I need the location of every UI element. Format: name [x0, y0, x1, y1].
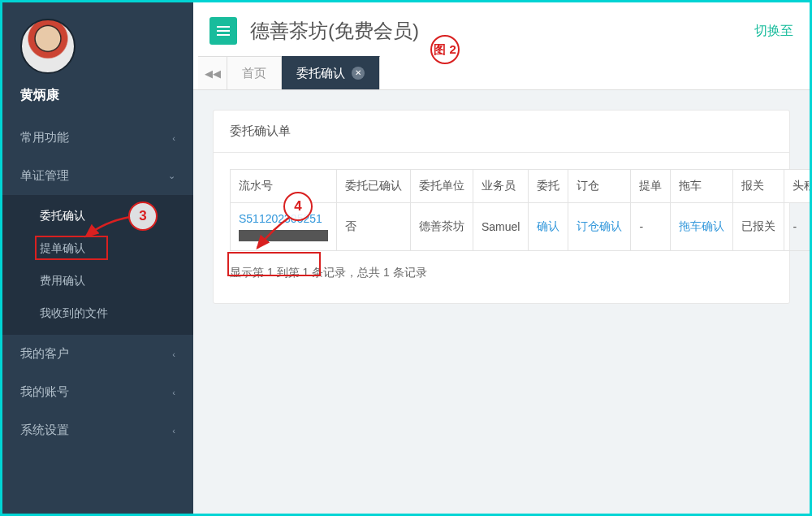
panel-title: 委托确认单	[214, 111, 789, 153]
col-truck[interactable]: 拖车	[671, 170, 733, 203]
pagination-info: 显示第 1 到第 1 条记录，总共 1 条记录	[230, 266, 773, 280]
cell-truck: 拖车确认	[671, 203, 733, 251]
tab-bar: ◀◀ 首页 委托确认 ✕	[193, 56, 810, 90]
cell-confirmed: 否	[337, 203, 411, 251]
sidebar-item-bl-confirm[interactable]: 提单确认	[2, 232, 193, 265]
col-confirmed[interactable]: 委托已确认	[337, 170, 411, 203]
sidebar-group-label: 我的账号	[20, 384, 69, 400]
tab-label: 首页	[242, 66, 266, 81]
truck-link[interactable]: 拖车确认	[679, 219, 724, 232]
avatar[interactable]	[20, 19, 76, 74]
sidebar-group-common[interactable]: 常用功能 ‹	[2, 119, 193, 157]
sidebar-group-docs[interactable]: 单证管理 ⌄	[2, 157, 193, 195]
sidebar-group-system[interactable]: 系统设置 ‹	[2, 411, 193, 449]
sidebar-item-label: 提单确认	[40, 241, 85, 254]
cell-booking: 订仓确认	[568, 203, 631, 251]
sidebar-group-label: 常用功能	[20, 130, 69, 145]
chevron-down-icon: ⌄	[168, 171, 175, 181]
table-row: S511202305251 否 德善茶坊 Samuel 确认 订仓确认 - 拖车…	[231, 203, 813, 251]
col-booking[interactable]: 订仓	[568, 170, 631, 203]
booking-link[interactable]: 订仓确认	[577, 219, 622, 232]
sidebar-group-account[interactable]: 我的账号 ‹	[2, 373, 193, 411]
tab-entrust-confirm[interactable]: 委托确认 ✕	[282, 56, 380, 89]
tab-home[interactable]: 首页	[227, 56, 282, 89]
cell-entrust: 确认	[529, 203, 568, 251]
panel: 委托确认单 流水号 委托已确认 委托单位 业务员 委托 订仓 提单 拖车	[213, 110, 790, 304]
sidebar-menu: 常用功能 ‹ 单证管理 ⌄ 委托确认 提单确认 费用确认 我收到的文件 我的客户…	[2, 119, 193, 449]
col-sales[interactable]: 业务员	[473, 170, 529, 203]
col-bl[interactable]: 提单	[631, 170, 671, 203]
menu-toggle-button[interactable]	[209, 17, 237, 45]
data-table: 流水号 委托已确认 委托单位 业务员 委托 订仓 提单 拖车 报关 头程	[230, 169, 812, 251]
cell-client: 德善茶坊	[411, 203, 473, 251]
sidebar-item-label: 费用确认	[40, 274, 85, 287]
cell-serial: S511202305251	[231, 203, 337, 251]
sidebar-item-fee-confirm[interactable]: 费用确认	[2, 265, 193, 297]
cell-customs: 已报关	[733, 203, 784, 251]
tab-collapse-button[interactable]: ◀◀	[198, 56, 227, 89]
redacted-block	[239, 230, 328, 241]
sidebar-item-label: 我收到的文件	[40, 306, 108, 319]
sidebar-group-label: 系统设置	[20, 423, 69, 438]
sidebar-item-entrust-confirm[interactable]: 委托确认	[2, 200, 193, 232]
sidebar-item-label: 委托确认	[40, 209, 85, 222]
sidebar-group-label: 单证管理	[20, 168, 69, 184]
cell-bl: -	[631, 203, 671, 251]
serial-link[interactable]: S511202305251	[239, 212, 322, 225]
col-entrust[interactable]: 委托	[529, 170, 568, 203]
chevron-left-icon: ‹	[172, 426, 175, 436]
sidebar-submenu-docs: 委托确认 提单确认 费用确认 我收到的文件	[2, 195, 193, 335]
panel-body: 流水号 委托已确认 委托单位 业务员 委托 订仓 提单 拖车 报关 头程	[214, 153, 789, 303]
col-serial[interactable]: 流水号	[231, 170, 337, 203]
col-client[interactable]: 委托单位	[411, 170, 473, 203]
sidebar-group-label: 我的客户	[20, 346, 69, 362]
entrust-link[interactable]: 确认	[537, 219, 559, 232]
double-chevron-left-icon: ◀◀	[205, 67, 221, 80]
header: 德善茶坊(免费会员) 切换至	[193, 2, 810, 56]
main-area: 德善茶坊(免费会员) 切换至 ◀◀ 首页 委托确认 ✕ 委托确认单 流水号 委托…	[193, 2, 810, 514]
cell-firstleg: -	[784, 203, 812, 251]
tab-label: 委托确认	[296, 66, 345, 81]
col-firstleg[interactable]: 头程	[784, 170, 812, 203]
cell-sales: Samuel	[473, 203, 529, 251]
page-title: 德善茶坊(免费会员)	[250, 18, 419, 44]
sidebar-group-customers[interactable]: 我的客户 ‹	[2, 335, 193, 373]
close-icon[interactable]: ✕	[352, 67, 365, 80]
switch-link[interactable]: 切换至	[754, 23, 793, 40]
sidebar: 黄炳康 常用功能 ‹ 单证管理 ⌄ 委托确认 提单确认 费用确认 我收到的文件 …	[2, 2, 193, 514]
col-customs[interactable]: 报关	[733, 170, 784, 203]
chevron-left-icon: ‹	[172, 133, 175, 143]
sidebar-item-received-files[interactable]: 我收到的文件	[2, 297, 193, 330]
chevron-left-icon: ‹	[172, 349, 175, 359]
content-area: 委托确认单 流水号 委托已确认 委托单位 业务员 委托 订仓 提单 拖车	[193, 90, 810, 323]
chevron-left-icon: ‹	[172, 388, 175, 397]
avatar-block	[2, 2, 193, 77]
username-label: 黄炳康	[2, 77, 193, 119]
